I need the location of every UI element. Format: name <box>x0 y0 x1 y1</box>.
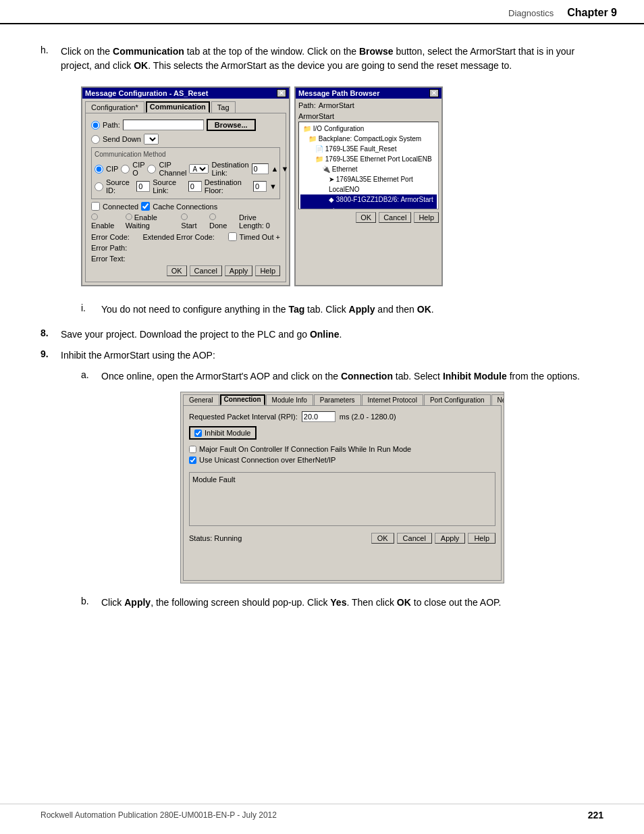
cip-source-radio[interactable] <box>95 182 103 191</box>
path-radio[interactable] <box>91 121 100 130</box>
dialog-close-button[interactable]: ✕ <box>277 89 286 97</box>
cip-o-label: CIP O <box>132 161 144 177</box>
dialog-help-button[interactable]: Help <box>255 265 280 276</box>
aop-buttons: OK Cancel Apply Help <box>371 533 495 544</box>
cache-checkbox[interactable] <box>141 202 150 211</box>
browser-title: Message Path Browser <box>298 89 379 97</box>
footer: Rockwell Automation Publication 280E-UM0… <box>0 804 644 820</box>
cip-row: CIP CIP O CIP Channel A Destination Link… <box>95 161 277 177</box>
dialog-apply-button[interactable]: Apply <box>225 265 253 276</box>
source-link-label: Source Link: <box>153 178 186 194</box>
dialog-title: Message Configuration - AS_Reset <box>85 89 208 97</box>
inhibit-row: Inhibit Module <box>189 426 257 440</box>
error-path-label: Error Path: <box>91 244 127 252</box>
channel-select[interactable]: A <box>189 164 209 174</box>
aop-tab-internet-protocol[interactable]: Internet Protocol <box>362 394 423 405</box>
screenshot-message-config: Message Configuration - AS_Reset ✕ Confi… <box>81 86 603 286</box>
start-indicator <box>181 213 188 220</box>
connected-row: Connected Cache Connections <box>91 202 280 211</box>
rpi-unit: ms (2.0 - 1280.0) <box>340 413 396 421</box>
cip-channel-radio[interactable] <box>147 165 156 174</box>
dest-floor-label: Destination Floor: <box>205 178 250 194</box>
timed-out-checkbox[interactable] <box>228 232 237 241</box>
start-label: Start <box>181 221 196 230</box>
browser-titlebar: Message Path Browser ✕ <box>296 88 441 99</box>
dialog-body: Path: Browse... Send Down Communication … <box>85 113 286 282</box>
senddown-select[interactable] <box>144 134 159 145</box>
connected-checkbox[interactable] <box>91 202 100 211</box>
cip-o-radio[interactable] <box>121 165 130 174</box>
path-row: Path: Browse... <box>91 119 280 131</box>
fault-row: Major Fault On Controller If Connection … <box>189 445 495 453</box>
fault-checkbox[interactable] <box>189 446 196 453</box>
aop-body: Requested Packet Interval (RPI): ms (2.0… <box>183 405 502 581</box>
source-link-input[interactable] <box>188 181 202 192</box>
browser-path-row: Path: ArmorStart <box>298 101 439 109</box>
path-tree[interactable]: 📁 I/O Configuration 📁 Backplane: Compact… <box>298 122 439 209</box>
tab-tag[interactable]: Tag <box>211 101 236 113</box>
aop-tab-parameters[interactable]: Parameters <box>314 394 361 405</box>
browse-button[interactable]: Browse... <box>207 119 256 131</box>
aop-ok-button[interactable]: OK <box>371 533 394 544</box>
aop-status-bar: Status: Running OK Cancel Apply Help <box>189 531 495 545</box>
browser-buttons: OK Cancel Help <box>298 212 439 223</box>
inhibit-checkbox[interactable] <box>194 429 202 437</box>
dialog-titlebar: Message Configuration - AS_Reset ✕ <box>82 88 289 99</box>
cache-label: Cache Connections <box>153 203 217 211</box>
aop-apply-button[interactable]: Apply <box>435 533 466 544</box>
dialog-cancel-button[interactable]: Cancel <box>190 265 222 276</box>
header-bar: Diagnostics Chapter 9 <box>0 0 644 24</box>
senddown-row: Send Down <box>91 134 280 145</box>
cip-radio[interactable] <box>95 165 103 174</box>
senddown-radio[interactable] <box>91 135 100 144</box>
aop-tab-network[interactable]: Network <box>491 394 504 405</box>
aop-tab-module-info[interactable]: Module Info <box>266 394 313 405</box>
cip-channel-label: CIP Channel <box>159 161 186 177</box>
step-8-text: Save your project. Download the project … <box>61 328 603 342</box>
browser-cancel-button[interactable]: Cancel <box>379 212 411 223</box>
step-9: 9. Inhibit the ArmorStart using the AOP: <box>41 348 603 363</box>
browser-close-button[interactable]: ✕ <box>429 89 439 97</box>
step-9a-label: a. <box>81 369 101 384</box>
rpi-input[interactable] <box>302 411 336 422</box>
dest-floor-input[interactable] <box>253 181 267 192</box>
tree-item-armorstart-selected[interactable]: ◆ 3800-F1GZZ1DB2/6: ArmorStart ◄ <box>300 194 437 209</box>
step-9-text: Inhibit the ArmorStart using the AOP: <box>61 348 603 363</box>
dest-link-input[interactable] <box>252 163 269 174</box>
source-id-input[interactable] <box>136 181 150 192</box>
error-code-label: Error Code: <box>91 233 130 241</box>
arrow-icon: ➤ <box>329 176 334 183</box>
step-8: 8. Save your project. Download the proje… <box>41 328 603 342</box>
aop-tab-port-config[interactable]: Port Configuration <box>424 394 491 405</box>
step-9a-text: Once online, open the ArmorStart's AOP a… <box>101 369 603 384</box>
aop-tab-connection[interactable]: Connection <box>220 394 265 405</box>
aop-tabs: General Connection Module Info Parameter… <box>181 392 504 405</box>
path-browser-dialog: Message Path Browser ✕ Path: ArmorStart … <box>294 86 443 286</box>
unicast-row: Use Unicast Connection over EtherNet/IP <box>189 456 495 464</box>
folder-icon-2: 📁 <box>308 135 317 142</box>
path-input[interactable] <box>123 120 204 130</box>
step-h-label: h. <box>41 45 61 73</box>
module-fault-label: Module Fault <box>192 475 236 484</box>
tab-communication[interactable]: Communication <box>146 101 210 113</box>
aop-dialog-container: General Connection Module Info Parameter… <box>81 392 603 583</box>
tab-configuration[interactable]: Configuration* <box>85 101 144 113</box>
dialog-ok-button[interactable]: OK <box>167 265 187 276</box>
tree-item-ethernet-port: 📁 1769-L35E Ethernet Port LocalENB <box>300 154 437 164</box>
browser-path-value: ArmorStart <box>319 101 354 109</box>
step-9a: a. Once online, open the ArmorStart's AO… <box>81 369 603 384</box>
browser-ok-button[interactable]: OK <box>356 212 376 223</box>
aop-tab-general[interactable]: General <box>183 394 219 405</box>
ext-error-label: Extended Error Code: <box>143 233 215 241</box>
ethernet-icon: 🔌 <box>322 165 330 173</box>
browser-help-button[interactable]: Help <box>414 212 439 223</box>
error-code-row: Error Code: Extended Error Code: Timed O… <box>91 232 280 241</box>
aop-cancel-button[interactable]: Cancel <box>397 533 432 544</box>
main-content: h. Click on the Communication tab at the… <box>0 24 644 641</box>
done-label: Done <box>209 221 227 230</box>
aop-help-button[interactable]: Help <box>468 533 495 544</box>
unicast-checkbox[interactable] <box>189 457 196 464</box>
inhibit-label: Inhibit Module <box>205 429 251 437</box>
arrow-up-icon: ▲ <box>271 165 279 173</box>
error-text-label: Error Text: <box>91 255 126 263</box>
